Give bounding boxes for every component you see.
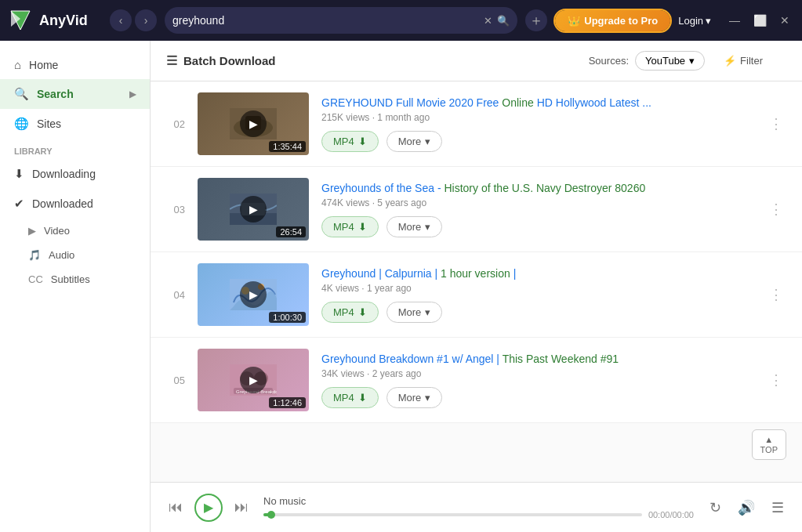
- source-value: YouTube: [645, 55, 685, 67]
- result-menu-button[interactable]: ⋮: [766, 286, 786, 303]
- source-chevron-icon: ▾: [689, 55, 695, 67]
- result-actions: MP4 ⬇ More ▾: [321, 387, 753, 408]
- mp4-download-button[interactable]: MP4 ⬇: [321, 387, 379, 408]
- download-icon: ⬇: [358, 136, 367, 147]
- table-row: 04 ▶ 1:00:30: [151, 252, 802, 338]
- title-highlight: History of the U.S. Navy Destroyer 80260: [444, 182, 645, 194]
- forward-button[interactable]: ›: [135, 9, 157, 31]
- sidebar-item-home[interactable]: ⌂ Home: [0, 50, 150, 79]
- player-bar: ⏮ ▶ ⏭ No music 00:00/00:00 ↻ 🔊 ☰: [151, 482, 802, 532]
- result-info: Greyhounds of the Sea - History of the U…: [321, 182, 753, 237]
- login-button[interactable]: Login ▾: [678, 15, 711, 27]
- search-icon[interactable]: 🔍: [497, 15, 510, 27]
- sidebar-item-audio[interactable]: 🎵 Audio: [0, 243, 150, 267]
- player-progress: 00:00/00:00: [263, 510, 694, 519]
- url-search-bar[interactable]: ✕ 🔍: [165, 7, 517, 34]
- table-row: 05 Greyhound Breakdown ▶ 1:12:46: [151, 338, 802, 423]
- duration-badge: 1:12:46: [269, 397, 306, 408]
- downloading-icon: ⬇: [14, 167, 24, 181]
- sidebar-item-search[interactable]: 🔍 Search ▶: [0, 79, 150, 109]
- progress-bar[interactable]: [263, 513, 642, 516]
- play-pause-button[interactable]: ▶: [194, 494, 223, 522]
- top-label: TOP: [760, 445, 778, 454]
- result-title: GREYHOUND Full Movie 2020 Free Online HD…: [321, 96, 753, 109]
- more-label: More: [398, 306, 422, 318]
- mp4-label: MP4: [333, 306, 354, 318]
- volume-button[interactable]: 🔊: [735, 496, 758, 519]
- player-controls: ⏮ ▶ ⏭: [163, 494, 254, 522]
- maximize-button[interactable]: ⬜: [750, 11, 769, 30]
- sidebar-item-sites[interactable]: 🌐 Sites: [0, 109, 150, 139]
- search-input[interactable]: [172, 14, 479, 27]
- result-actions: MP4 ⬇ More ▾: [321, 216, 753, 237]
- minimize-button[interactable]: —: [725, 11, 744, 30]
- result-menu-button[interactable]: ⋮: [766, 115, 786, 132]
- play-button[interactable]: ▶: [240, 281, 267, 308]
- thumbnail-container[interactable]: ▶ 26:54: [198, 178, 309, 241]
- more-button[interactable]: More ▾: [386, 216, 443, 237]
- result-title: Greyhound Breakdown #1 w/ Angel | This P…: [321, 353, 753, 365]
- result-meta: 474K views · 5 years ago: [321, 197, 753, 208]
- window-controls: — ⬜ ✕: [725, 11, 794, 30]
- close-button[interactable]: ✕: [775, 11, 794, 30]
- playlist-button[interactable]: ☰: [766, 496, 789, 519]
- result-title: Greyhound | Calpurnia | 1 hour version |: [321, 267, 753, 280]
- search-arrow-icon: ▶: [129, 89, 136, 100]
- download-icon: ⬇: [358, 392, 367, 404]
- sidebar-sites-label: Sites: [37, 118, 61, 130]
- add-tab-button[interactable]: ＋: [525, 9, 547, 31]
- upgrade-button[interactable]: 👑 Upgrade to Pro: [555, 10, 670, 31]
- more-button[interactable]: More ▾: [386, 302, 443, 323]
- mp4-label: MP4: [333, 136, 354, 147]
- filter-label: Filter: [740, 55, 763, 67]
- mp4-download-button[interactable]: MP4 ⬇: [321, 131, 379, 152]
- download-icon: ⬇: [358, 306, 367, 318]
- app-name: AnyVid: [39, 13, 88, 29]
- result-meta: 4K views · 1 year ago: [321, 283, 753, 294]
- back-button[interactable]: ‹: [110, 9, 132, 31]
- duration-badge: 1:00:30: [269, 312, 306, 323]
- duration-badge: 1:35:44: [269, 141, 306, 152]
- table-row: 02 ▶ 1:35:44 GREYHOUND: [151, 81, 802, 167]
- result-number: 04: [166, 289, 185, 301]
- results-list: 02 ▶ 1:35:44 GREYHOUND: [151, 81, 802, 482]
- play-button[interactable]: ▶: [240, 110, 267, 137]
- play-button[interactable]: ▶: [240, 196, 267, 223]
- result-menu-button[interactable]: ⋮: [766, 201, 786, 218]
- titlebar: AnyVid ‹ › ✕ 🔍 ＋ 👑 Upgrade to Pro Login …: [0, 0, 802, 41]
- mp4-download-button[interactable]: MP4 ⬇: [321, 302, 379, 323]
- more-button[interactable]: More ▾: [386, 387, 443, 408]
- clear-button[interactable]: ✕: [484, 15, 492, 27]
- more-button[interactable]: More ▾: [386, 131, 443, 152]
- sidebar-item-downloading[interactable]: ⬇ Downloading: [0, 159, 150, 189]
- more-chevron-icon: ▾: [425, 136, 430, 147]
- more-chevron-icon: ▾: [425, 392, 430, 404]
- thumbnail-container[interactable]: ▶ 1:35:44: [198, 92, 309, 155]
- mp4-download-button[interactable]: MP4 ⬇: [321, 216, 379, 237]
- sidebar-home-label: Home: [29, 59, 58, 71]
- sidebar: ⌂ Home 🔍 Search ▶ 🌐 Sites Library ⬇ Down…: [0, 41, 151, 532]
- sidebar-item-video[interactable]: ▶ Video: [0, 219, 150, 243]
- scroll-top-button[interactable]: ▲ TOP: [752, 429, 786, 460]
- play-button[interactable]: ▶: [240, 367, 267, 393]
- sidebar-downloading-label: Downloading: [32, 168, 96, 180]
- login-chevron-icon: ▾: [706, 15, 711, 27]
- result-menu-button[interactable]: ⋮: [766, 371, 786, 389]
- result-info: GREYHOUND Full Movie 2020 Free Online HD…: [321, 96, 753, 152]
- sidebar-item-downloaded[interactable]: ✔ Downloaded: [0, 189, 150, 219]
- repeat-button[interactable]: ↻: [703, 496, 727, 519]
- thumbnail-container[interactable]: Greyhound Breakdown ▶ 1:12:46: [198, 349, 309, 411]
- sources-dropdown[interactable]: YouTube ▾: [635, 51, 705, 71]
- home-icon: ⌂: [14, 58, 21, 71]
- result-info: Greyhound | Calpurnia | 1 hour version |…: [321, 267, 753, 323]
- title-text: Greyhounds of the Sea -: [321, 182, 444, 194]
- thumbnail-container[interactable]: ▶ 1:00:30: [198, 263, 309, 326]
- more-label: More: [398, 136, 422, 147]
- more-chevron-icon: ▾: [425, 306, 430, 318]
- app-logo: AnyVid: [8, 8, 102, 33]
- sidebar-item-subtitles[interactable]: CC Subtitles: [0, 267, 150, 291]
- next-button[interactable]: ⏭: [229, 495, 254, 520]
- previous-button[interactable]: ⏮: [163, 495, 188, 520]
- filter-button[interactable]: ⚡ Filter: [714, 52, 772, 70]
- title-text: Greyhound | Calpurnia |: [321, 267, 441, 280]
